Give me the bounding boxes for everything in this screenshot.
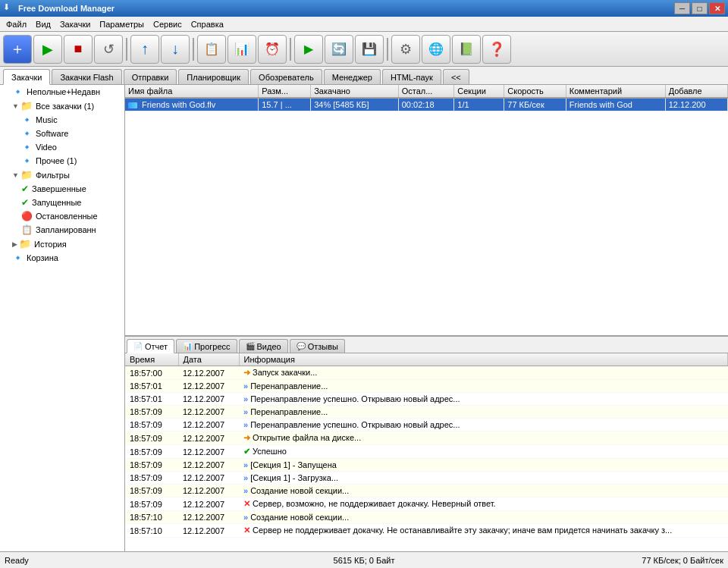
tab-downloads[interactable]: Закачки (3, 69, 50, 85)
log-info: »Перенаправление... (239, 380, 728, 393)
tab-uploads[interactable]: Отправки (124, 69, 177, 84)
sidebar-item-other[interactable]: 🔹 Прочее (1) (0, 154, 124, 168)
log-time: 18:57:09 (125, 459, 178, 472)
play2-button[interactable]: ▶ (294, 35, 323, 64)
log-time: 18:57:10 (125, 511, 178, 524)
sidebar-item-video[interactable]: 🔹 Video (0, 140, 124, 154)
log-tab-report[interactable]: 📄 Отчет (127, 339, 174, 353)
sidebar-item-recent[interactable]: 🔹 Неполные+Недавн (0, 85, 124, 99)
download-table-row[interactable]: Friends with God.flv 15.7 | ... 34% [548… (125, 98, 728, 111)
minimize-button[interactable]: ─ (674, 2, 690, 14)
chart-button[interactable]: 📊 (228, 35, 256, 64)
gear-button[interactable]: ⚙ (391, 35, 420, 64)
log-tab-reviews[interactable]: 💬 Отзывы (290, 339, 345, 353)
paste-button[interactable]: 📋 (197, 35, 226, 64)
log-table-row: 18:57:09 12.12.2007 »Перенаправление усп… (125, 419, 728, 431)
download-added: 12.12.200 (665, 98, 727, 111)
log-time: 18:57:09 (125, 497, 178, 511)
reload-button[interactable]: 🔄 (325, 35, 353, 64)
sidebar-item-history[interactable]: ▶ 📁 История (0, 237, 124, 251)
tab-flash[interactable]: Закачки Flash (52, 69, 121, 84)
sidebar-item-running[interactable]: ✔ Запущенные (0, 196, 124, 209)
log-info: »Создание новой секции... (239, 485, 728, 497)
log-table-container[interactable]: Время Дата Информация 18:57:00 12.12.200… (125, 353, 728, 551)
log-info: ✔Успешно (239, 445, 728, 459)
menu-view[interactable]: Вид (31, 17, 55, 31)
save2-button[interactable]: 💾 (355, 35, 384, 64)
menu-help[interactable]: Справка (187, 17, 228, 31)
log-info: »[Секция 1] - Запущена (239, 459, 728, 472)
help-button[interactable]: ❓ (482, 35, 511, 64)
status-bar: Ready 5615 КБ; 0 Байт 77 КБ/сек; 0 Байт/… (0, 551, 728, 568)
log-date: 12.12.2007 (178, 393, 239, 406)
log-date: 12.12.2007 (178, 406, 239, 419)
book-button[interactable]: 📗 (452, 35, 481, 64)
log-table-row: 18:57:10 12.12.2007 »Создание новой секц… (125, 511, 728, 524)
download-speed: 77 КБ/сек (504, 98, 566, 111)
recent-icon: 🔹 (12, 86, 24, 97)
log-date: 12.12.2007 (178, 419, 239, 431)
log-info: »Перенаправление успешно. Открываю новый… (239, 419, 728, 431)
sidebar-item-planned[interactable]: 📋 Запланированн (0, 223, 124, 237)
down-button[interactable]: ↓ (161, 35, 190, 64)
log-table-row: 18:57:09 12.12.2007 ✔Успешно (125, 445, 728, 459)
log-date: 12.12.2007 (178, 459, 239, 472)
log-table-row: 18:57:01 12.12.2007 »Перенаправление... (125, 380, 728, 393)
menu-settings[interactable]: Параметры (95, 17, 149, 31)
tab-manager[interactable]: Менеджер (324, 69, 381, 84)
status-speed: 77 КБ/сек; 0 Байт/сек (494, 556, 723, 565)
log-date: 12.12.2007 (178, 485, 239, 497)
log-time: 18:57:09 (125, 472, 178, 485)
sidebar-item-music[interactable]: 🔹 Music (0, 113, 124, 127)
globe-button[interactable]: 🌐 (422, 35, 450, 64)
window-controls: ─ □ ✕ (674, 2, 725, 14)
menu-downloads[interactable]: Закачки (55, 17, 95, 31)
progress-icon: 📊 (183, 342, 192, 350)
tab-html-spider[interactable]: HTML-паук (382, 69, 441, 84)
sidebar-item-completed[interactable]: ✔ Завершенные (0, 182, 124, 196)
menu-service[interactable]: Сервис (149, 17, 187, 31)
stopped-icon: 🔴 (21, 211, 33, 221)
menu-file[interactable]: Файл (2, 17, 31, 31)
log-col-date: Дата (178, 353, 239, 366)
log-info: ✕Сервер не поддерживает докачку. Не оста… (239, 524, 728, 538)
sidebar-item-software[interactable]: 🔹 Software (0, 127, 124, 140)
sidebar-item-filters[interactable]: ▼ 📁 Фильтры (0, 168, 124, 182)
stop-button[interactable]: ■ (64, 35, 93, 64)
log-col-time: Время (125, 353, 178, 366)
refresh-button[interactable]: ↺ (94, 35, 123, 64)
log-table-row: 18:57:09 12.12.2007 »Перенаправление... (125, 406, 728, 419)
log-table-row: 18:57:09 12.12.2007 »[Секция 1] - Запуще… (125, 459, 728, 472)
tab-browser[interactable]: Обозреватель (250, 69, 322, 84)
toolbar-sep-2 (193, 38, 194, 61)
completed-icon: ✔ (21, 184, 29, 194)
log-date: 12.12.2007 (178, 380, 239, 393)
tab-more[interactable]: << (443, 69, 469, 84)
menu-bar: Файл Вид Закачки Параметры Сервис Справк… (0, 17, 728, 32)
log-info: ➜Запуск закачки... (239, 366, 728, 380)
log-tab-progress[interactable]: 📊 Прогресс (176, 339, 237, 353)
sidebar-item-all[interactable]: ▼ 📁 Все закачки (1) (0, 99, 124, 113)
col-size: Разм... (259, 85, 311, 98)
up-button[interactable]: ↑ (130, 35, 159, 64)
video-icon: 🔹 (21, 142, 33, 152)
sched-button[interactable]: ⏰ (258, 35, 287, 64)
log-info: ✕Сервер, возможно, не поддерживает докач… (239, 497, 728, 511)
start-button[interactable]: ▶ (33, 35, 62, 64)
download-table-container[interactable]: Имя файла Разм... Закачано Остал... Секц… (125, 85, 728, 335)
maximize-button[interactable]: □ (692, 2, 708, 14)
col-filename: Имя файла (125, 85, 259, 98)
add-button[interactable]: ＋ (3, 35, 32, 64)
log-tab-video[interactable]: 🎬 Видео (239, 339, 288, 353)
filters-folder-icon: 📁 (20, 169, 33, 180)
log-pane: 📄 Отчет 📊 Прогресс 🎬 Видео 💬 Отзывы (125, 335, 728, 551)
log-content: Время Дата Информация 18:57:00 12.12.200… (125, 353, 728, 551)
sidebar: 🔹 Неполные+Недавн ▼ 📁 Все закачки (1) 🔹 … (0, 85, 125, 551)
planned-icon: 📋 (21, 224, 33, 235)
sidebar-item-stopped[interactable]: 🔴 Остановленные (0, 209, 124, 223)
title-bar-text: Free Download Manager (18, 4, 674, 13)
sidebar-item-trash[interactable]: 🔹 Корзина (0, 251, 124, 265)
tab-scheduler[interactable]: Планировщик (178, 69, 249, 84)
close-button[interactable]: ✕ (709, 2, 725, 14)
log-info: »Создание новой секции... (239, 511, 728, 524)
